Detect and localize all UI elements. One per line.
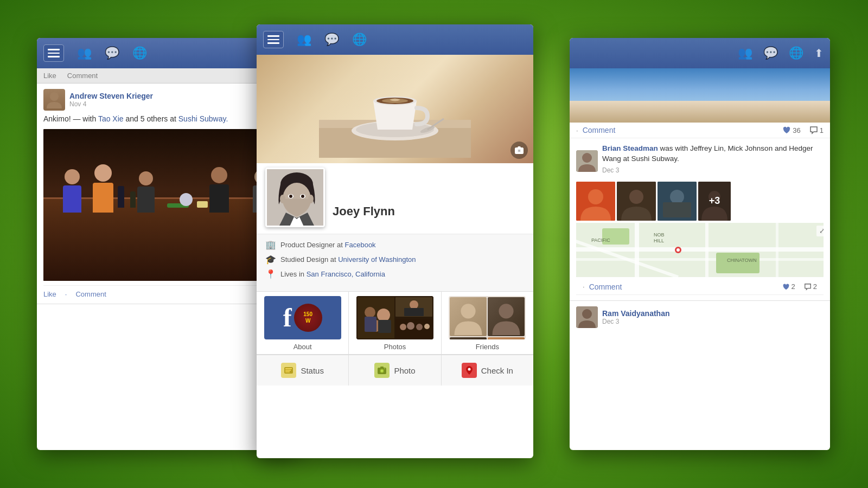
brian-comment-count: 2 <box>804 282 817 291</box>
svg-text:PACIFIC: PACIFIC <box>591 237 610 243</box>
svg-point-20 <box>280 195 285 203</box>
ram-post-header: Ram Vaidyanathan Dec 3 <box>576 306 824 328</box>
svg-text:CHINATOWN: CHINATOWN <box>727 258 757 263</box>
svg-point-34 <box>407 322 414 330</box>
checkin-button[interactable]: Check In <box>442 355 533 386</box>
svg-point-19 <box>301 195 304 198</box>
right-phone: 👥 💬 🌐 ⬆ · Comment 36 1 <box>570 38 830 450</box>
svg-point-36 <box>424 324 430 329</box>
about-section[interactable]: f 150W About <box>257 292 349 354</box>
svg-point-52 <box>582 153 592 163</box>
svg-point-47 <box>381 370 383 372</box>
svg-rect-65 <box>635 223 639 277</box>
fb-logo: f <box>283 305 292 331</box>
post-header: Andrew Steven Krieger Nov 4 <box>43 89 291 111</box>
profile-avatar[interactable] <box>265 168 325 227</box>
more-photos-overlay[interactable]: +3 <box>698 182 731 221</box>
svg-point-27 <box>377 309 390 322</box>
friends-section[interactable]: Friends <box>442 292 533 354</box>
location-icon: 📍 <box>265 269 276 279</box>
friends-icon[interactable]: 👥 <box>77 46 92 60</box>
ram-name[interactable]: Ram Vaidyanathan <box>602 309 670 318</box>
post-actions: Like · Comment <box>43 285 291 298</box>
right-share-icon[interactable]: ⬆ <box>814 47 824 60</box>
ram-author-info: Ram Vaidyanathan Dec 3 <box>602 309 670 325</box>
svg-point-49 <box>384 368 385 369</box>
svg-point-76 <box>676 248 680 252</box>
center-menu-button[interactable] <box>263 31 284 48</box>
svg-rect-30 <box>378 320 391 333</box>
photo-button[interactable]: Photo <box>349 355 441 386</box>
right-globe-icon[interactable]: 🌐 <box>789 46 803 60</box>
status-button[interactable]: Status <box>257 355 349 386</box>
photo-thumb-1[interactable] <box>576 182 615 221</box>
workplace-text: Product Designer at Facebook <box>280 241 376 249</box>
cover-photo <box>257 55 533 163</box>
svg-text:⤢: ⤢ <box>819 227 824 235</box>
camera-button[interactable] <box>510 142 528 159</box>
ram-date: Dec 3 <box>602 318 670 325</box>
post-author-name[interactable]: Andrew Steven Krieger <box>69 92 153 100</box>
post-image <box>43 129 291 281</box>
author-avatar[interactable] <box>43 89 65 111</box>
photo-thumb-2[interactable] <box>617 182 656 221</box>
profile-info-row: Joey Flynn <box>257 163 533 234</box>
comment-button[interactable]: Comment <box>75 290 106 298</box>
map-thumb[interactable]: PACIFIC NOB HILL CHINATOWN ⤢ <box>576 223 824 277</box>
right-comment-label[interactable]: Comment <box>583 126 616 134</box>
right-header: 👥 💬 🌐 ⬆ <box>570 38 830 68</box>
center-friends-icon[interactable]: 👥 <box>297 33 311 47</box>
tagged-person-1[interactable]: Tao Xie <box>98 114 124 123</box>
center-globe-icon[interactable]: 🌐 <box>352 33 367 47</box>
building-icon: 🏢 <box>265 240 276 250</box>
education-row: 🎓 Studied Design at University of Washin… <box>265 254 525 265</box>
brian-comment-row: · Comment 2 2 <box>576 279 824 295</box>
svg-point-0 <box>50 92 59 101</box>
photo-strip: +3 <box>576 182 824 221</box>
brian-avatar[interactable] <box>576 150 598 172</box>
globe-icon[interactable]: 🌐 <box>132 46 147 60</box>
brian-like-count: 2 <box>782 282 795 291</box>
like-count: 36 <box>782 126 800 134</box>
friends-label: Friends <box>476 343 499 351</box>
svg-rect-42 <box>285 368 292 369</box>
svg-point-35 <box>416 324 423 330</box>
brian-comment-btn[interactable]: Comment <box>589 282 622 291</box>
photos-section[interactable]: Photos <box>349 292 441 354</box>
svg-rect-66 <box>705 223 709 277</box>
facebook-link[interactable]: Facebook <box>345 241 376 249</box>
svg-rect-63 <box>576 247 824 252</box>
svg-point-33 <box>400 324 406 330</box>
center-messages-icon[interactable]: 💬 <box>324 33 339 47</box>
svg-point-54 <box>588 189 603 204</box>
post-text: Ankimo! — with Tao Xie and 5 others at S… <box>43 114 291 125</box>
right-friends-icon[interactable]: 👥 <box>738 46 752 60</box>
uw-link[interactable]: University of Washington <box>338 255 416 264</box>
action-bar: Status Photo Check In <box>257 355 533 386</box>
avatar-image <box>43 89 65 111</box>
photos-thumb <box>356 296 433 339</box>
svg-point-80 <box>582 309 592 319</box>
graduation-icon: 🎓 <box>265 254 276 265</box>
messages-icon[interactable]: 💬 <box>105 46 119 60</box>
brian-post-date: Dec 3 <box>602 166 824 174</box>
svg-point-56 <box>629 190 643 204</box>
sf-link[interactable]: San Francisco, California <box>307 270 385 278</box>
comment-action[interactable]: Comment <box>67 72 98 80</box>
photo-thumb-4[interactable]: +3 <box>698 182 731 221</box>
friend-thumb-4 <box>488 337 525 339</box>
right-messages-icon[interactable]: 💬 <box>763 46 778 60</box>
brian-name-link[interactable]: Brian Steadman <box>602 144 658 152</box>
tagged-location[interactable]: Sushi Subway. <box>178 114 228 123</box>
svg-rect-70 <box>716 253 760 273</box>
svg-point-31 <box>410 300 418 309</box>
brian-post-text: Brian Steadman was with Jeffrey Lin, Mic… <box>602 144 824 164</box>
ram-avatar[interactable] <box>576 306 598 328</box>
photos-svg <box>356 296 433 339</box>
menu-button[interactable] <box>43 44 64 62</box>
photo-icon <box>374 363 390 378</box>
like-button[interactable]: Like <box>43 290 56 298</box>
like-action[interactable]: Like <box>43 72 56 80</box>
photo-thumb-3[interactable] <box>658 182 697 221</box>
svg-rect-32 <box>404 308 424 316</box>
